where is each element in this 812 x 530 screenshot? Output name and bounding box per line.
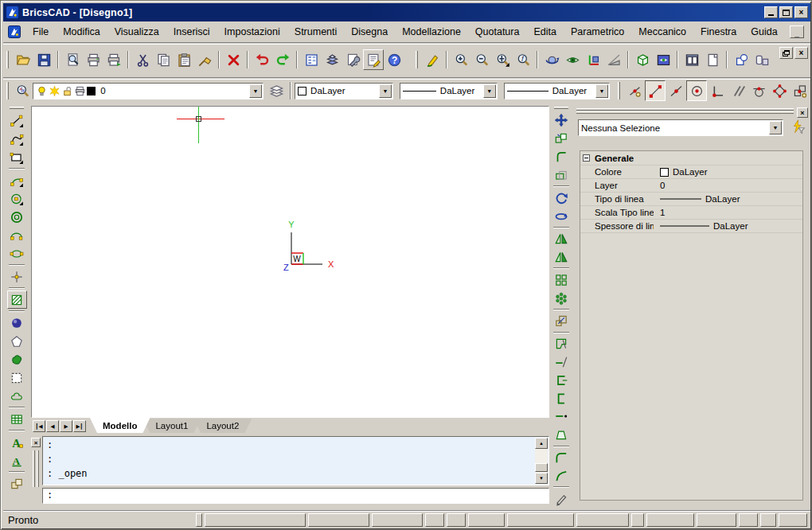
snap-tangent-button[interactable]: [748, 80, 769, 101]
property-row[interactable]: Layer0: [580, 179, 802, 193]
tile-windows-button[interactable]: [681, 49, 702, 70]
array-button[interactable]: [552, 271, 572, 289]
cut-button[interactable]: [132, 49, 153, 70]
stretch-button[interactable]: [552, 166, 572, 184]
status-field[interactable]: [779, 513, 807, 527]
toolbar-grip[interactable]: [618, 82, 620, 99]
tab-prev-button[interactable]: ◀: [46, 420, 59, 432]
tab-layout2[interactable]: Layout2: [193, 419, 252, 433]
arc-button[interactable]: [7, 171, 27, 189]
status-field[interactable]: [468, 513, 505, 527]
zoom-previous-button[interactable]: f: [513, 49, 533, 70]
snap-quadrant-button[interactable]: [769, 80, 790, 101]
tab-next-button[interactable]: ▶: [60, 420, 72, 432]
status-field[interactable]: [447, 513, 466, 527]
chamfer-button[interactable]: [552, 466, 572, 485]
snap-endpoint-button[interactable]: [645, 80, 666, 101]
cloud-button[interactable]: [7, 387, 27, 405]
selection-dropdown-arrow[interactable]: ▼: [769, 121, 782, 134]
linetype-dropdown-arrow[interactable]: ▼: [483, 84, 496, 98]
command-history[interactable]: ::: _open ▲ ▼: [42, 436, 549, 485]
scroll-up-button[interactable]: ▲: [535, 438, 548, 449]
section-header[interactable]: Generale: [580, 151, 802, 166]
status-field[interactable]: [372, 513, 423, 527]
donut-button[interactable]: [7, 208, 27, 226]
tab-last-button[interactable]: ▶┃: [73, 420, 86, 432]
status-field[interactable]: [739, 513, 758, 527]
mtext-button[interactable]: A: [7, 451, 27, 470]
line-button[interactable]: [7, 111, 27, 130]
boundary-button[interactable]: [7, 350, 27, 368]
solid-button[interactable]: [7, 314, 27, 332]
shade-button[interactable]: [632, 49, 653, 70]
copy-entity-button[interactable]: [552, 130, 572, 148]
plot-button[interactable]: [103, 49, 124, 70]
snap-parallel-button[interactable]: [728, 80, 748, 101]
layer-combobox[interactable]: 0 ▼: [33, 83, 264, 99]
scroll-down-button[interactable]: ▼: [535, 473, 548, 484]
drawing-canvas[interactable]: W Y X Z: [31, 106, 549, 418]
status-field[interactable]: [646, 513, 694, 527]
tab-modello[interactable]: Modello: [90, 418, 150, 433]
polyline-button[interactable]: [7, 130, 27, 148]
zoom-out-button[interactable]: [471, 49, 492, 70]
perspective-button[interactable]: [603, 49, 624, 70]
panel-grip[interactable]: [576, 108, 794, 115]
menu-visualizza[interactable]: Visualizza: [107, 24, 166, 40]
command-grip[interactable]: [33, 450, 35, 487]
array-3d-button[interactable]: [552, 289, 572, 307]
new-window-button[interactable]: [702, 49, 723, 70]
status-field[interactable]: [196, 513, 202, 527]
property-row[interactable]: Tipo di lineaDaLayer: [580, 193, 802, 206]
ellipse-button[interactable]: [7, 244, 27, 263]
sketch-button[interactable]: [552, 489, 572, 508]
lineweight-combobox[interactable]: DaLayer ▼: [504, 83, 610, 99]
selection-combobox[interactable]: Nessuna Selezione ▼: [578, 119, 783, 136]
block-button[interactable]: [7, 474, 27, 493]
layer-dropdown-arrow[interactable]: ▼: [249, 84, 262, 98]
toolbar-grip[interactable]: [10, 107, 24, 109]
ellipse-arc-button[interactable]: [7, 226, 27, 244]
render-button[interactable]: [653, 49, 673, 70]
toolbar-grip[interactable]: [6, 51, 9, 68]
status-field[interactable]: [425, 513, 444, 527]
open-button[interactable]: [13, 49, 33, 70]
maximize-button[interactable]: [779, 6, 793, 18]
status-field[interactable]: [760, 513, 776, 527]
status-field[interactable]: [308, 513, 369, 527]
menu-modellazione[interactable]: Modellazione: [395, 24, 468, 40]
help-button[interactable]: ?: [384, 49, 404, 70]
snap-insertion-button[interactable]: [790, 80, 810, 101]
menu-strumenti[interactable]: Strumenti: [287, 24, 345, 40]
menu-meccanico[interactable]: Meccanico: [631, 24, 693, 40]
status-field[interactable]: [631, 513, 644, 527]
snap-perpendicular-button[interactable]: [707, 80, 728, 101]
menu-quotatura[interactable]: Quotatura: [468, 24, 527, 40]
snap-center-button[interactable]: [686, 80, 707, 101]
ucs-button[interactable]: [583, 49, 603, 70]
lineweight-dropdown-arrow[interactable]: ▼: [595, 84, 608, 98]
color-dropdown-arrow[interactable]: ▼: [379, 84, 392, 98]
property-row[interactable]: Scala Tipo linea1: [580, 206, 802, 220]
delete-button[interactable]: [223, 49, 244, 70]
content-explorer-button[interactable]: [322, 49, 342, 70]
draw-order-button[interactable]: [731, 49, 751, 70]
move-button[interactable]: [552, 111, 572, 130]
toolbar-grip[interactable]: [416, 51, 418, 68]
menu-inserisci[interactable]: Inserisci: [166, 24, 217, 40]
scale-button[interactable]: [552, 312, 572, 330]
layers-button[interactable]: [267, 80, 287, 101]
fillet-button[interactable]: [552, 449, 572, 467]
menu-parametrico[interactable]: Parametrico: [564, 24, 631, 40]
layer-explorer-button[interactable]: [13, 80, 33, 101]
menu-edita[interactable]: Edita: [526, 24, 564, 40]
command-scrollbar[interactable]: ▲ ▼: [535, 438, 548, 484]
join-button[interactable]: [552, 389, 572, 407]
orbit-button[interactable]: [541, 49, 562, 70]
status-field[interactable]: [697, 513, 736, 527]
text-button[interactable]: A: [7, 433, 27, 451]
snap-nearest-button[interactable]: [624, 80, 645, 101]
quick-select-button[interactable]: [789, 119, 806, 136]
mdi-close-button[interactable]: ×: [794, 47, 808, 59]
scroll-thumb[interactable]: [535, 463, 548, 472]
